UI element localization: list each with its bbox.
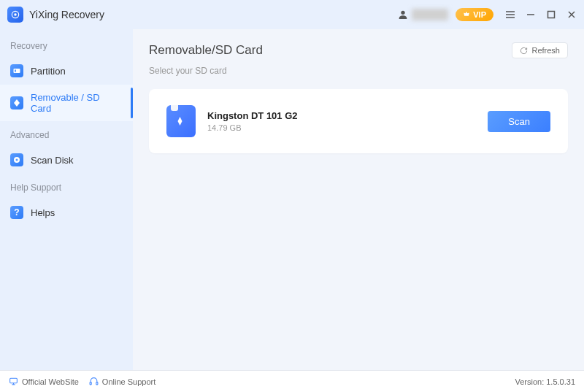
svg-rect-11	[15, 70, 16, 72]
sidebar-item-partition[interactable]: Partition	[0, 57, 133, 85]
svg-rect-14	[10, 378, 18, 383]
official-website-link[interactable]: Official WebSite	[9, 377, 79, 386]
main-area: Recovery Partition Removable / SD Card A…	[0, 29, 584, 370]
svg-point-1	[14, 13, 17, 16]
help-icon	[10, 206, 23, 219]
refresh-label: Refresh	[531, 46, 560, 55]
online-support-link[interactable]: Online Support	[89, 377, 155, 386]
user-icon	[397, 9, 409, 20]
svg-rect-10	[14, 69, 20, 73]
device-info: Kingston DT 101 G2 14.79 GB	[207, 110, 476, 132]
maximize-icon	[546, 9, 556, 20]
sidebar-item-removable[interactable]: Removable / SD Card	[0, 85, 133, 121]
user-area[interactable]	[397, 9, 448, 20]
minimize-icon	[526, 9, 536, 20]
user-name-blurred	[412, 9, 448, 20]
svg-rect-18	[96, 383, 98, 385]
hamburger-icon	[505, 9, 515, 20]
scan-disk-icon	[10, 153, 23, 166]
sidebar-item-label: Scan Disk	[31, 155, 74, 166]
scan-button[interactable]: Scan	[488, 111, 550, 132]
minimize-button[interactable]	[526, 9, 536, 20]
support-label: Online Support	[102, 377, 155, 386]
refresh-button[interactable]: Refresh	[512, 42, 568, 58]
maximize-button[interactable]	[546, 9, 556, 20]
partition-icon	[10, 64, 23, 77]
close-icon	[566, 9, 577, 20]
app-title: YiXing Recovery	[29, 9, 104, 20]
content-header: Removable/SD Card Refresh	[149, 42, 568, 58]
sidebar-title-recovery: Recovery	[0, 35, 133, 57]
device-sd-icon	[166, 105, 196, 137]
sidebar-item-label: Partition	[31, 66, 66, 77]
titlebar-right: VIP	[397, 8, 577, 21]
sidebar-item-helps[interactable]: Helps	[0, 199, 133, 226]
sidebar-item-scan-disk[interactable]: Scan Disk	[0, 146, 133, 174]
sidebar-section-advanced: Advanced Scan Disk	[0, 124, 133, 174]
menu-button[interactable]	[505, 9, 515, 20]
svg-point-13	[16, 159, 18, 161]
window-controls	[505, 9, 577, 20]
titlebar-left: YiXing Recovery	[7, 7, 104, 23]
sidebar-item-label: Removable / SD Card	[31, 92, 123, 114]
device-size: 14.79 GB	[207, 123, 476, 132]
website-label: Official WebSite	[22, 377, 79, 386]
titlebar: YiXing Recovery VIP	[0, 0, 584, 29]
page-title: Removable/SD Card	[149, 43, 263, 58]
version-label: Version: 1.5.0.31	[515, 377, 575, 386]
crown-icon	[463, 11, 470, 18]
monitor-icon	[9, 377, 18, 386]
vip-label: VIP	[473, 10, 486, 19]
sidebar-title-help: Help Support	[0, 177, 133, 199]
sidebar-section-help: Help Support Helps	[0, 177, 133, 226]
sidebar-section-recovery: Recovery Partition Removable / SD Card	[0, 35, 133, 121]
close-button[interactable]	[566, 9, 577, 20]
device-card: Kingston DT 101 G2 14.79 GB Scan	[149, 89, 568, 153]
svg-point-2	[402, 11, 405, 15]
sidebar-title-advanced: Advanced	[0, 124, 133, 146]
headset-icon	[89, 377, 99, 386]
device-name: Kingston DT 101 G2	[207, 110, 476, 121]
statusbar: Official WebSite Online Support Version:…	[0, 370, 584, 392]
sd-card-icon	[10, 96, 23, 109]
content-area: Removable/SD Card Refresh Select your SD…	[133, 29, 584, 370]
refresh-icon	[520, 47, 528, 55]
sidebar: Recovery Partition Removable / SD Card A…	[0, 29, 133, 370]
svg-rect-7	[548, 12, 555, 18]
content-subtitle: Select your SD card	[149, 66, 568, 76]
vip-badge[interactable]: VIP	[456, 8, 493, 21]
status-left: Official WebSite Online Support	[9, 377, 155, 386]
sidebar-item-label: Helps	[31, 207, 55, 218]
app-logo-icon	[7, 7, 23, 23]
svg-rect-17	[90, 383, 91, 385]
